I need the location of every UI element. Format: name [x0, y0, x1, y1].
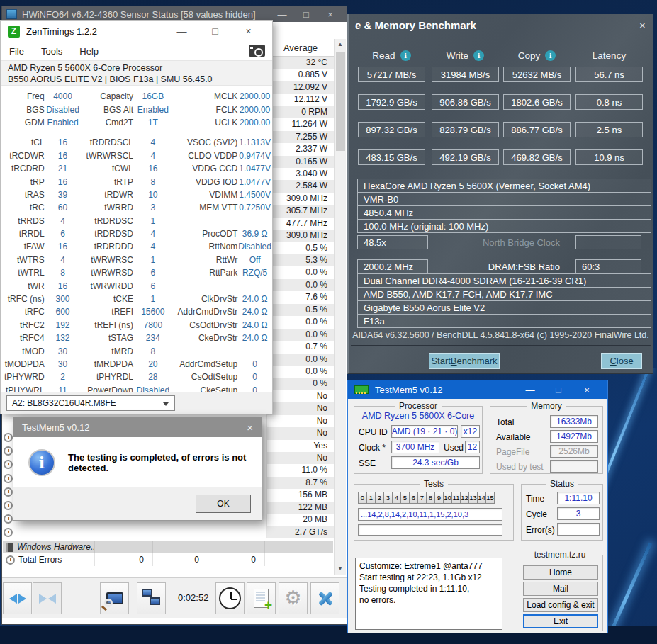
maximize-button[interactable]: □	[544, 385, 573, 395]
start-benchmark-button[interactable]: Start Benchmark	[429, 353, 500, 369]
hardware-row-label: Windows Hardware...	[17, 542, 95, 552]
zen-value: 600	[45, 307, 82, 317]
sensor-average-value[interactable]: No	[267, 452, 334, 464]
load-config-exit-button[interactable]: Load config & exit	[523, 598, 598, 612]
close-icon[interactable]: ×	[573, 385, 601, 395]
minimize-button[interactable]: —	[516, 385, 544, 395]
sensor-average-value[interactable]: 12.092 V	[267, 81, 334, 94]
sensor-average-value[interactable]: 12.112 V	[267, 94, 334, 106]
scroll-down-icon[interactable]: ▼	[335, 563, 346, 575]
sensor-average-value[interactable]: 3.040 W	[267, 168, 334, 180]
test-log-box: Customize: Extreme1 @anta777Start testin…	[355, 558, 502, 630]
zentimings-titlebar[interactable]: Z ZenTimings 1.2.2 — □ ×	[1, 21, 272, 42]
zen-value: Off	[237, 255, 272, 265]
testmem5-titlebar[interactable]: TestMem5 v0.12 — □ ×	[348, 380, 607, 399]
close-icon[interactable]: ×	[639, 19, 646, 31]
sensor-average-value[interactable]: 0 %	[267, 378, 334, 390]
settings-button[interactable]: ⚙	[279, 582, 308, 614]
collapse-arrows-button[interactable]	[33, 582, 62, 614]
sensor-average-value[interactable]: 0.5 %	[267, 304, 334, 316]
exit-button[interactable]: Exit	[523, 614, 598, 628]
benchmark-value-box: 483.15 GB/s	[358, 149, 425, 165]
home-button[interactable]: Home	[523, 565, 598, 580]
memory-info-row: F13a	[357, 314, 651, 328]
network-monitors-button[interactable]	[137, 582, 166, 614]
memory-module-dropdown[interactable]: A2: BL8G32C16U4R.M8FE	[6, 395, 175, 411]
total-errors-row[interactable]: Total Errors 0 0 0	[3, 553, 333, 566]
average-column-header[interactable]: Average	[266, 39, 334, 57]
sensor-average-value[interactable]: 2.7 GT/s	[267, 526, 334, 538]
sensor-average-value[interactable]: 477.7 MHz	[267, 218, 334, 230]
zen-label: tRCDWR	[1, 151, 45, 161]
sensor-average-value[interactable]: Yes	[267, 440, 334, 452]
sensor-clock-icon	[4, 514, 13, 524]
maximize-button[interactable]: □	[294, 9, 318, 20]
zen-value: 1	[133, 216, 173, 226]
sensor-average-value[interactable]: 0.7 %	[267, 341, 334, 353]
expand-arrows-button[interactable]	[3, 582, 32, 614]
sensor-average-value[interactable]: 8.7 %	[267, 477, 334, 489]
sensor-average-value[interactable]: No	[267, 415, 334, 427]
info-icon[interactable]: i	[545, 50, 556, 61]
sensor-average-value[interactable]: 0.0 %	[267, 366, 334, 378]
close-button[interactable]: Close	[601, 353, 642, 369]
sensor-average-value[interactable]: 32 °C	[267, 57, 334, 69]
info-icon[interactable]: i	[473, 50, 484, 61]
info-icon[interactable]: i	[400, 50, 411, 61]
exit-button[interactable]	[310, 582, 339, 614]
zen-value: Disabled	[237, 242, 272, 252]
sensor-average-value[interactable]: No	[267, 390, 334, 402]
sensor-average-value[interactable]: 122 MB	[267, 502, 334, 514]
zen-table: Freq4000Capacity16GBMCLK2000.00BGSDisabl…	[1, 90, 272, 397]
sensor-average-value[interactable]: No	[267, 427, 334, 439]
sensor-average-value[interactable]: 7.6 %	[267, 291, 334, 303]
vertical-scrollbar[interactable]: ▲ ▼	[334, 39, 346, 575]
monitor-search-button[interactable]	[100, 582, 129, 614]
sensor-average-value[interactable]: 0.5 %	[267, 242, 334, 254]
sensor-average-value[interactable]: 0.165 W	[267, 156, 334, 168]
close-icon[interactable]: ×	[232, 26, 265, 37]
sensor-average-value[interactable]: 0.885 V	[267, 69, 334, 81]
sensor-average-value[interactable]: 7.255 W	[267, 131, 334, 143]
scroll-up-icon[interactable]: ▲	[335, 39, 346, 50]
minimize-button[interactable]: —	[165, 26, 198, 37]
zen-value: 1.4500V	[237, 190, 272, 200]
sensor-average-value[interactable]: 2.337 W	[267, 143, 334, 155]
maximize-button[interactable]: □	[198, 26, 232, 37]
screenshot-camera-icon[interactable]	[249, 45, 265, 57]
sensor-average-value[interactable]: 20 MB	[267, 514, 334, 526]
dialog-titlebar[interactable]: TestMem5 v0.12 ×	[13, 417, 262, 437]
sensor-average-value[interactable]: 309.0 MHz	[267, 230, 334, 242]
sensor-average-value[interactable]: 5.3 %	[267, 254, 334, 266]
menu-item-file[interactable]: File	[9, 46, 24, 57]
cpu-info-row: HexaCore AMD Ryzen 5 5600X (Vermeer, Soc…	[357, 179, 651, 193]
test-button-15[interactable]: 15	[485, 492, 495, 504]
sensor-average-value[interactable]: 0.0 %	[267, 329, 334, 341]
close-icon[interactable]: ×	[318, 9, 342, 20]
clock-button[interactable]	[215, 582, 245, 614]
sensor-average-value[interactable]: 0 RPM	[267, 106, 334, 118]
menu-item-tools[interactable]: Tools	[41, 46, 62, 57]
ok-button[interactable]: OK	[196, 495, 251, 513]
aida64-title[interactable]: e & Memory Benchmark	[355, 19, 476, 31]
close-icon[interactable]: ×	[247, 422, 253, 434]
scrollbar-thumb[interactable]	[336, 52, 345, 151]
report-button[interactable]	[247, 582, 276, 614]
hardware-group-row[interactable]: Windows Hardware...	[3, 541, 333, 553]
minimize-button[interactable]: —	[270, 9, 294, 20]
sensor-average-value[interactable]: 0.0 %	[267, 316, 334, 328]
mail-button[interactable]: Mail	[523, 582, 598, 596]
sensor-average-value[interactable]: 0.0 %	[267, 354, 334, 366]
minimize-button[interactable]: —	[605, 19, 615, 30]
sensor-average-value[interactable]: 2.584 W	[267, 180, 334, 192]
menu-item-help[interactable]: Help	[79, 46, 99, 57]
sensor-average-value[interactable]: 11.264 W	[267, 118, 334, 130]
sensor-average-value[interactable]: 156 MB	[267, 489, 334, 501]
sensor-average-value[interactable]: No	[267, 402, 334, 414]
sensor-average-value[interactable]: 309.0 MHz	[267, 193, 334, 205]
close-x-icon	[316, 589, 335, 608]
sensor-average-value[interactable]: 305.7 MHz	[267, 205, 334, 217]
sensor-average-value[interactable]: 0.0 %	[267, 266, 334, 278]
sensor-average-value[interactable]: 11.0 %	[267, 464, 334, 476]
sensor-average-value[interactable]: 0.0 %	[267, 279, 334, 291]
